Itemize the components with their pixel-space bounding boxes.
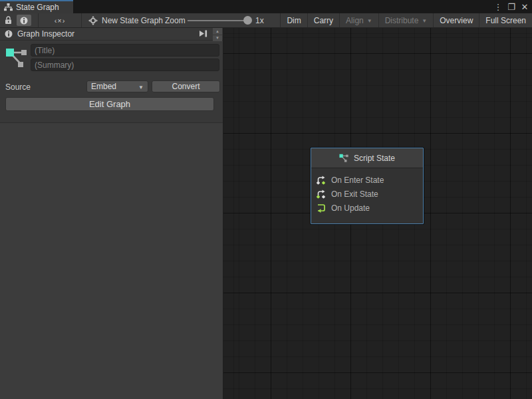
gizmo-move-icon xyxy=(88,16,98,25)
info-icon xyxy=(20,17,28,25)
inspector-toggle-button[interactable] xyxy=(17,15,31,26)
inspector-lower-panel xyxy=(0,122,223,399)
chevron-down-icon: ▼ xyxy=(367,18,372,24)
state-graph-icon xyxy=(5,44,28,69)
script-state-node-header[interactable]: Script State xyxy=(311,148,423,168)
title-field[interactable] xyxy=(31,44,219,57)
enter-state-icon xyxy=(317,176,326,185)
window-menu-icon[interactable]: ⋮ xyxy=(493,1,503,12)
tab-label: State Graph xyxy=(16,3,59,12)
summary-field[interactable] xyxy=(31,59,219,71)
zoom-value: 1x xyxy=(255,13,264,27)
chevron-down-icon: ▼ xyxy=(422,18,427,24)
source-dropdown[interactable]: Embed ▼ xyxy=(86,80,148,92)
toolbar-separator xyxy=(81,13,82,27)
node-title: Script State xyxy=(354,154,395,163)
window-controls: ⋮ ❐ ✕ xyxy=(493,0,529,13)
new-state-graph-button[interactable]: New State Graph xyxy=(88,13,163,27)
state-graph-icon xyxy=(339,153,349,163)
node-body: On Enter State On Exit State On Update xyxy=(311,168,423,215)
exit-state-icon xyxy=(317,190,326,199)
new-state-graph-label: New State Graph xyxy=(102,16,163,25)
dock-panel-button[interactable] xyxy=(198,29,208,38)
graph-hierarchy-icon xyxy=(4,3,13,11)
info-icon xyxy=(5,30,13,38)
carry-button[interactable]: Carry xyxy=(307,13,339,27)
graph-inspector-panel: Graph Inspector ▲ ▼ Source Embed ▼ Conve… xyxy=(0,28,223,399)
toolbar-right-group: Dim Carry Align▼ Distribute▼ Overview Fu… xyxy=(280,13,532,27)
align-button[interactable]: Align▼ xyxy=(339,13,378,27)
inspector-scrollbar: ▲ ▼ xyxy=(213,28,222,41)
close-icon[interactable]: ✕ xyxy=(520,1,529,12)
graph-toolbar: ‹×› New State Graph Zoom 1x Dim Carry Al… xyxy=(0,13,532,28)
script-state-node[interactable]: Script State On Enter State O xyxy=(311,148,424,224)
convert-button[interactable]: Convert xyxy=(152,80,220,92)
maximize-icon[interactable]: ❐ xyxy=(507,1,516,12)
source-dropdown-value: Embed xyxy=(91,82,116,91)
scroll-down-button[interactable]: ▼ xyxy=(213,35,222,42)
distribute-button[interactable]: Distribute▼ xyxy=(378,13,434,27)
source-label: Source xyxy=(5,82,31,92)
full-screen-button[interactable]: Full Screen xyxy=(479,13,532,27)
edit-graph-button[interactable]: Edit Graph xyxy=(5,97,214,111)
node-item-on-enter-state[interactable]: On Enter State xyxy=(317,173,423,187)
chevron-down-icon: ▼ xyxy=(138,84,144,90)
code-view-button[interactable]: ‹×› xyxy=(47,13,73,27)
graph-inspector-title: Graph Inspector xyxy=(17,29,74,39)
overview-button[interactable]: Overview xyxy=(433,13,479,27)
node-item-on-exit-state[interactable]: On Exit State xyxy=(317,187,423,201)
zoom-slider-handle[interactable] xyxy=(243,16,252,25)
lock-icon xyxy=(5,16,12,25)
dim-button[interactable]: Dim xyxy=(280,13,307,27)
tab-strip: State Graph ⋮ ❐ ✕ xyxy=(0,0,532,13)
node-item-on-update[interactable]: On Update xyxy=(317,201,423,215)
zoom-slider-track[interactable] xyxy=(188,20,251,21)
zoom-label: Zoom xyxy=(165,13,186,27)
update-icon xyxy=(317,203,326,213)
lock-button[interactable] xyxy=(5,13,12,27)
tab-state-graph[interactable]: State Graph xyxy=(0,0,73,13)
code-icon: ‹×› xyxy=(55,17,66,25)
graph-inspector-header: Graph Inspector xyxy=(0,28,223,41)
dock-arrow-icon xyxy=(198,29,208,38)
graph-canvas[interactable]: Script State On Enter State O xyxy=(223,28,532,399)
toolbar-separator xyxy=(38,13,39,27)
scroll-up-button[interactable]: ▲ xyxy=(213,28,222,35)
